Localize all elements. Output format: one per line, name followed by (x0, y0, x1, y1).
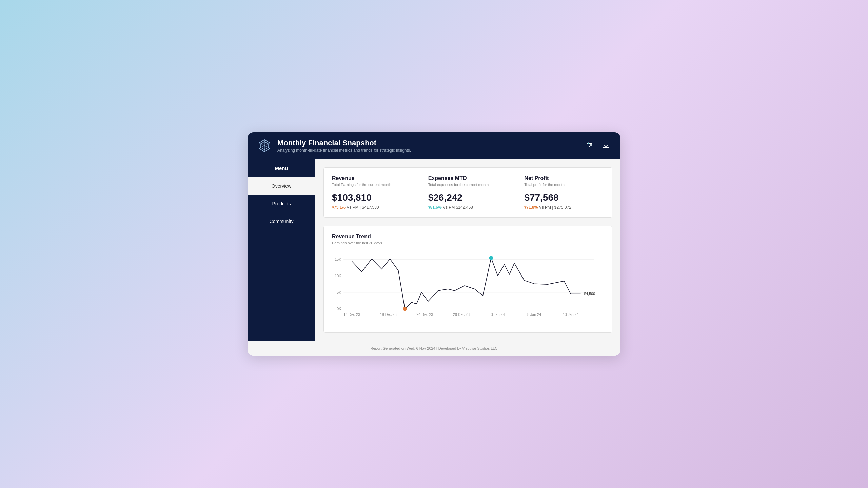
main-content: Revenue Total Earnings for the current m… (315, 159, 620, 341)
netprofit-change-rest: Vs PM | $275,072 (538, 205, 571, 210)
download-icon (602, 141, 610, 149)
download-button[interactable] (601, 140, 611, 152)
expenses-change-rest: Vs PM $142,458 (442, 205, 473, 210)
svg-text:0K: 0K (337, 307, 341, 311)
expenses-sublabel: Total expenses for the current month (428, 183, 508, 187)
revenue-sublabel: Total Earnings for the current month (332, 183, 412, 187)
chart-section: Revenue Trend Earnings over the last 30 … (323, 226, 612, 333)
expenses-change-pct: ▾81.6% (428, 205, 442, 210)
netprofit-sublabel: Total profit for the month (524, 183, 604, 187)
header: Monthly Financial Snapshot Analyzing mon… (248, 132, 620, 159)
logo-icon (257, 138, 272, 153)
revenue-chart: 15K 10K 5K 0K (332, 250, 604, 325)
revenue-label: Revenue (332, 175, 412, 181)
metric-card-netprofit: Net Profit Total profit for the month $7… (516, 168, 612, 217)
sidebar: Menu Overview Products Community (248, 159, 315, 341)
netprofit-change-pct: ▾71.8% (524, 205, 538, 210)
svg-text:5K: 5K (337, 290, 341, 294)
filter-icon (586, 141, 593, 149)
max-dot (489, 256, 493, 260)
svg-text:19 Dec 23: 19 Dec 23 (380, 312, 397, 317)
svg-text:15K: 15K (335, 257, 341, 261)
metric-card-expenses: Expenses MTD Total expenses for the curr… (420, 168, 516, 217)
sidebar-item-overview[interactable]: Overview (248, 177, 315, 195)
svg-text:10K: 10K (335, 274, 341, 278)
netprofit-change: ▾71.8% Vs PM | $275,072 (524, 205, 604, 210)
svg-text:13 Jan 24: 13 Jan 24 (563, 312, 579, 317)
sidebar-top: Overview (248, 177, 315, 195)
revenue-change: ▾75.1% Vs PM | $417,530 (332, 205, 412, 210)
footer-text: Report Generated on Wed, 6 Nov 2024 | De… (371, 346, 498, 350)
metric-card-revenue: Revenue Total Earnings for the current m… (324, 168, 420, 217)
sidebar-item-community[interactable]: Community (248, 212, 315, 230)
chart-subtitle: Earnings over the last 30 days (332, 241, 604, 245)
header-left: Monthly Financial Snapshot Analyzing mon… (257, 138, 411, 153)
svg-text:3 Jan 24: 3 Jan 24 (491, 312, 505, 317)
filter-button[interactable] (585, 140, 595, 152)
netprofit-value: $77,568 (524, 192, 604, 203)
svg-text:14 Dec 23: 14 Dec 23 (343, 312, 360, 317)
netprofit-label: Net Profit (524, 175, 604, 181)
expenses-change: ▾81.6% Vs PM $142,458 (428, 205, 508, 210)
page-title: Monthly Financial Snapshot (277, 139, 411, 147)
svg-text:29 Dec 23: 29 Dec 23 (453, 312, 470, 317)
revenue-value: $103,810 (332, 192, 412, 203)
sidebar-dark-section: Products Community (248, 195, 315, 341)
revenue-change-rest: Vs PM | $417,530 (346, 205, 379, 210)
main-window: Monthly Financial Snapshot Analyzing mon… (248, 132, 620, 356)
svg-text:8 Jan 24: 8 Jan 24 (527, 312, 541, 317)
svg-text:$4,500: $4,500 (584, 292, 595, 296)
svg-text:24 Dec 23: 24 Dec 23 (416, 312, 433, 317)
sidebar-item-products[interactable]: Products (248, 195, 315, 212)
chart-container: 15K 10K 5K 0K (332, 250, 604, 325)
min-dot (403, 307, 407, 311)
sidebar-menu-button[interactable]: Menu (248, 159, 315, 177)
header-title-block: Monthly Financial Snapshot Analyzing mon… (277, 139, 411, 153)
header-icons (585, 140, 611, 152)
main-layout: Menu Overview Products Community (248, 159, 620, 341)
expenses-value: $26,242 (428, 192, 508, 203)
chart-title: Revenue Trend (332, 233, 604, 240)
svg-point-8 (588, 143, 589, 144)
svg-point-9 (590, 144, 592, 146)
page-subtitle: Analyzing month-till-date financial metr… (277, 148, 411, 153)
expenses-label: Expenses MTD (428, 175, 508, 181)
revenue-change-pct: ▾75.1% (332, 205, 346, 210)
footer: Report Generated on Wed, 6 Nov 2024 | De… (248, 341, 620, 356)
metric-cards: Revenue Total Earnings for the current m… (323, 167, 612, 218)
